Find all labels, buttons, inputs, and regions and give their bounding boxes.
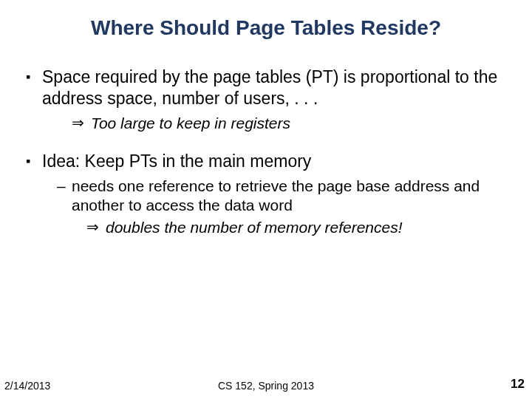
implies-icon: ⇒ bbox=[86, 218, 106, 237]
footer-course: CS 152, Spring 2013 bbox=[0, 380, 532, 392]
slide-body: ▪ Space required by the page tables (PT)… bbox=[0, 47, 532, 237]
dash-marker: – bbox=[57, 177, 72, 216]
bullet-1-sub: ⇒ Too large to keep in registers bbox=[72, 114, 506, 133]
bullet-2-text: Idea: Keep PTs in the main memory bbox=[42, 151, 506, 172]
bullet-2-dash: – needs one reference to retrieve the pa… bbox=[57, 177, 506, 216]
slide-title: Where Should Page Tables Reside? bbox=[0, 0, 532, 47]
footer-page-number: 12 bbox=[511, 377, 525, 392]
bullet-2: ▪ Idea: Keep PTs in the main memory bbox=[26, 151, 506, 172]
implies-icon: ⇒ bbox=[72, 114, 91, 133]
bullet-marker: ▪ bbox=[26, 151, 42, 172]
bullet-2-dash-text: needs one reference to retrieve the page… bbox=[72, 177, 506, 216]
bullet-1: ▪ Space required by the page tables (PT)… bbox=[26, 66, 506, 109]
bullet-2-sub-text: doubles the number of memory references! bbox=[106, 218, 403, 237]
bullet-marker: ▪ bbox=[26, 66, 42, 109]
bullet-2-sub: ⇒ doubles the number of memory reference… bbox=[86, 218, 506, 237]
slide: Where Should Page Tables Reside? ▪ Space… bbox=[0, 0, 532, 399]
bullet-1-sub-text: Too large to keep in registers bbox=[91, 114, 290, 133]
bullet-1-text: Space required by the page tables (PT) i… bbox=[42, 66, 506, 109]
bullet-2-group: ▪ Idea: Keep PTs in the main memory – ne… bbox=[26, 151, 506, 238]
